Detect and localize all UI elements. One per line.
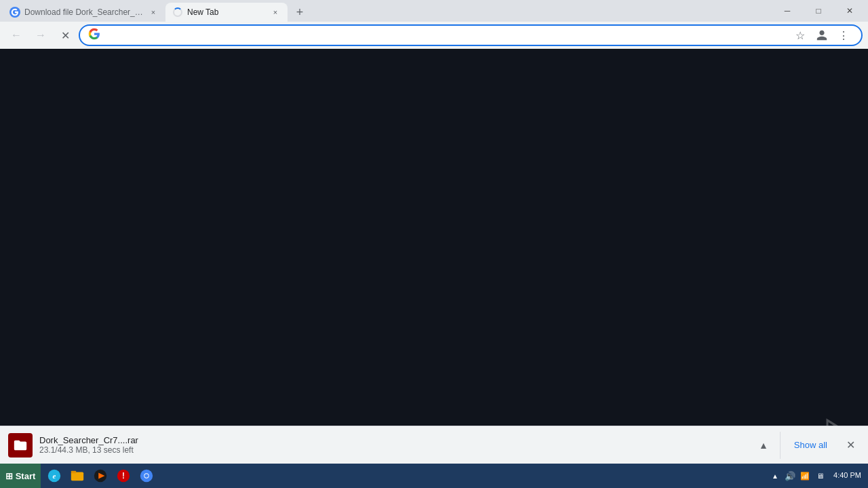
- forward-button[interactable]: →: [30, 24, 52, 46]
- taskbar: ⊞ Start e !: [0, 464, 868, 488]
- download-info: Dork_Searcher_Cr7....rar 23.1/44.3 MB, 1…: [39, 435, 747, 455]
- address-input[interactable]: [106, 30, 785, 41]
- address-right-icons: ☆ ⋮: [791, 26, 853, 45]
- taskbar-security-button[interactable]: !: [113, 465, 134, 487]
- address-bar: ☆ ⋮: [79, 24, 863, 46]
- navigation-bar: ← → ✕ ☆ ⋮: [0, 22, 868, 49]
- taskbar-media-button[interactable]: [90, 465, 111, 487]
- window-controls: ─ □ ✕: [772, 0, 868, 22]
- tab-new[interactable]: New Tab ×: [165, 3, 288, 22]
- svg-text:!: !: [122, 471, 125, 481]
- google-g-icon: [88, 28, 100, 43]
- tray-expand-icon[interactable]: ▲: [768, 469, 782, 483]
- download-expand-button[interactable]: ▲: [754, 436, 773, 455]
- download-bar: Dork_Searcher_Cr7....rar 23.1/44.3 MB, 1…: [0, 426, 868, 464]
- tab1-close[interactable]: ×: [148, 7, 159, 18]
- system-clock[interactable]: 4:40 PM: [829, 470, 865, 481]
- taskbar-ie-button[interactable]: e: [43, 465, 65, 487]
- system-tray: ▲ 🔊 📶 🖥: [768, 469, 827, 483]
- taskbar-apps: e !: [41, 465, 768, 487]
- svg-point-15: [144, 474, 149, 478]
- browser-content: [0, 49, 868, 439]
- menu-button[interactable]: ⋮: [834, 26, 853, 45]
- svg-rect-8: [71, 471, 76, 474]
- back-button[interactable]: ←: [5, 24, 27, 46]
- tray-display-icon[interactable]: 🖥: [813, 469, 827, 483]
- start-label: Start: [16, 471, 36, 481]
- taskbar-explorer-button[interactable]: [66, 465, 88, 487]
- show-all-button[interactable]: Show all: [787, 436, 834, 454]
- svg-text:e: e: [53, 472, 56, 480]
- taskbar-chrome-button[interactable]: [136, 465, 157, 487]
- tab1-title: Download file Dork_Searcher_Cr7 5...: [24, 7, 144, 17]
- download-file-icon: [8, 433, 33, 458]
- clock-time: 4:40 PM: [833, 470, 861, 481]
- svg-rect-7: [71, 472, 83, 481]
- tab2-close[interactable]: ×: [270, 7, 281, 18]
- maximize-button[interactable]: □: [803, 1, 834, 20]
- title-bar: Download file Dork_Searcher_Cr7 5... × N…: [0, 0, 868, 22]
- close-button[interactable]: ✕: [834, 1, 865, 20]
- download-status: 23.1/44.3 MB, 13 secs left: [39, 445, 747, 455]
- new-tab-button[interactable]: +: [290, 3, 309, 22]
- start-button[interactable]: ⊞ Start: [0, 464, 41, 488]
- tray-volume-icon[interactable]: 🔊: [783, 469, 797, 483]
- profile-button[interactable]: [812, 26, 831, 45]
- tab-download[interactable]: Download file Dork_Searcher_Cr7 5... ×: [3, 3, 165, 22]
- tab1-favicon: [9, 7, 20, 18]
- tab2-favicon: [172, 7, 183, 18]
- tray-network-icon[interactable]: 📶: [798, 469, 812, 483]
- tab2-title: New Tab: [187, 7, 266, 17]
- download-divider: [780, 432, 781, 459]
- tabs-area: Download file Dork_Searcher_Cr7 5... × N…: [0, 0, 772, 22]
- start-icon: ⊞: [5, 471, 13, 481]
- reload-button[interactable]: ✕: [54, 24, 76, 46]
- taskbar-right: ▲ 🔊 📶 🖥 4:40 PM: [768, 469, 868, 483]
- minimize-button[interactable]: ─: [772, 1, 803, 20]
- download-close-button[interactable]: ✕: [841, 436, 860, 455]
- download-filename: Dork_Searcher_Cr7....rar: [39, 435, 747, 445]
- bookmark-button[interactable]: ☆: [791, 26, 810, 45]
